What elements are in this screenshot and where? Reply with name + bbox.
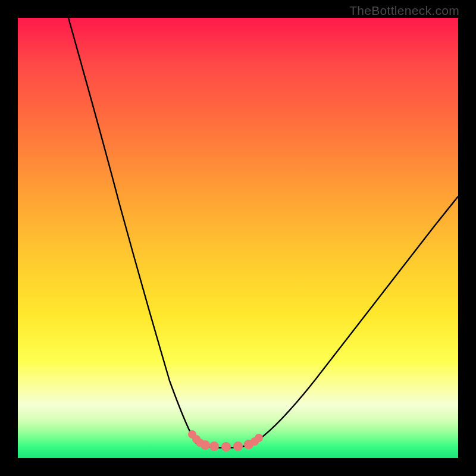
svg-point-5 <box>221 442 231 452</box>
svg-point-9 <box>255 434 263 442</box>
curve-layer <box>18 18 458 458</box>
highlight-dots <box>188 430 263 452</box>
svg-point-4 <box>209 441 219 451</box>
main-curve <box>68 18 458 448</box>
svg-point-3 <box>201 440 210 450</box>
svg-point-6 <box>233 441 243 451</box>
attribution-text: TheBottleneck.com <box>349 4 459 18</box>
plot-area <box>18 18 458 458</box>
chart-frame: TheBottleneck.com <box>0 0 476 476</box>
